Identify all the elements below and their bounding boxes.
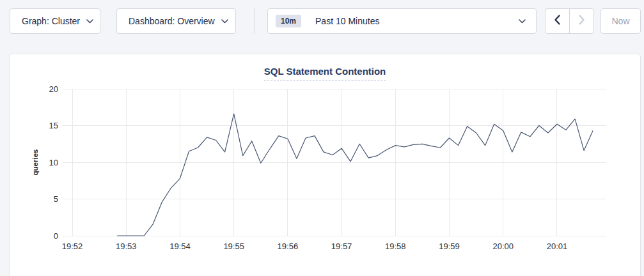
graph-dropdown[interactable]: Graph: Cluster [10,8,100,34]
now-button[interactable]: Now [601,8,641,34]
chart-title[interactable]: SQL Statement Contention [264,66,386,80]
y-tick-label: 0 [54,231,58,241]
x-tick-label: 19:59 [439,241,460,251]
x-tick-label: 19:57 [331,241,352,251]
chevron-right-icon [579,15,585,27]
time-range-label: Past 10 Minutes [315,16,379,26]
toolbar-divider [254,8,255,34]
x-tick-label: 19:54 [169,241,191,251]
prev-time-button[interactable] [546,9,570,33]
chevron-left-icon [554,15,560,27]
toolbar: Graph: Cluster Dashboard: Overview 10m P… [0,0,644,45]
x-tick-label: 19:56 [278,241,299,251]
x-tick-label: 19:53 [116,241,137,251]
dashboard-dropdown-label: Dashboard: Overview [129,16,215,26]
graph-dropdown-label: Graph: Cluster [22,16,80,26]
next-time-button[interactable] [570,9,593,33]
y-tick-label: 10 [49,158,58,167]
chart-title-row: SQL Statement Contention [10,66,640,80]
x-tick-label: 20:01 [547,241,568,251]
x-tick-label: 19:52 [62,241,83,251]
chevron-down-icon [221,19,228,24]
y-tick-label: 15 [49,121,58,130]
sql-statement-contention-chart[interactable]: 0510152019:5219:5319:5419:5519:5619:5719… [10,80,641,259]
y-tick-label: 20 [49,84,58,94]
x-tick-label: 19:58 [385,241,406,251]
y-tick-label: 5 [54,194,58,204]
dashboard-dropdown[interactable]: Dashboard: Overview [116,8,236,34]
contention-series-line [117,114,593,236]
x-tick-label: 20:00 [492,241,514,251]
chart-card: SQL Statement Contention 0510152019:5219… [9,54,641,276]
time-step-button-group [545,8,594,34]
chevron-down-icon [86,19,93,24]
chevron-down-icon [519,9,526,33]
dashboard-screen: Graph: Cluster Dashboard: Overview 10m P… [0,0,644,276]
x-tick-label: 19:55 [223,241,244,251]
time-range-badge: 10m [276,15,301,27]
y-axis-label: queries [31,150,39,176]
time-range-picker[interactable]: 10m Past 10 Minutes [267,8,537,34]
